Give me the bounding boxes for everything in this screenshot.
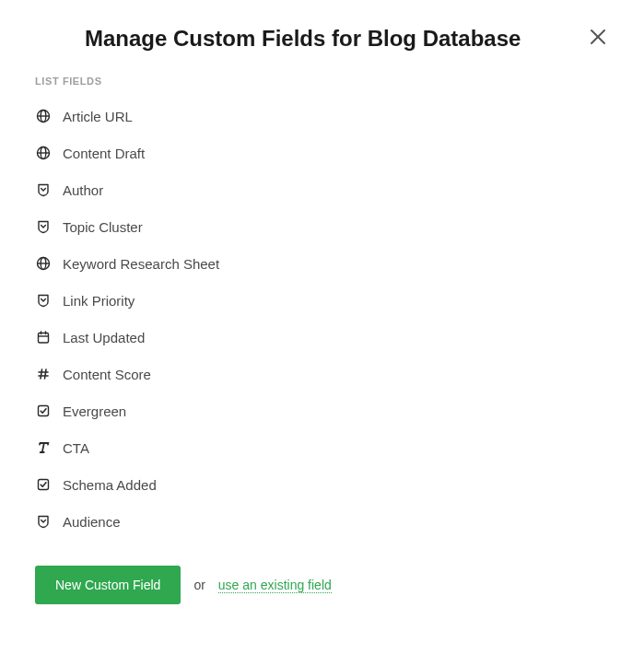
- hash-icon: [35, 366, 52, 382]
- close-icon: [589, 28, 607, 50]
- field-label: CTA: [63, 440, 89, 456]
- modal-header: Manage Custom Fields for Blog Database: [35, 0, 609, 59]
- field-label: Last Updated: [63, 330, 145, 345]
- field-label: Content Draft: [63, 146, 145, 161]
- field-item[interactable]: CTA: [35, 429, 609, 466]
- field-list: Article URLContent DraftAuthorTopic Clus…: [35, 98, 609, 540]
- shield-caret-icon: [35, 513, 52, 530]
- field-item[interactable]: Topic Cluster: [35, 208, 609, 245]
- manage-custom-fields-modal: Manage Custom Fields for Blog Database L…: [0, 0, 644, 604]
- modal-footer: New Custom Field or use an existing fiel…: [35, 566, 609, 604]
- field-item[interactable]: Schema Added: [35, 466, 609, 503]
- field-label: Content Score: [63, 367, 151, 382]
- shield-caret-icon: [35, 292, 52, 309]
- text-icon: [35, 439, 52, 456]
- globe-icon: [35, 145, 52, 161]
- field-item[interactable]: Last Updated: [35, 319, 609, 356]
- field-label: Evergreen: [63, 403, 126, 419]
- close-button[interactable]: [587, 28, 609, 50]
- field-label: Topic Cluster: [63, 219, 143, 235]
- checkbox-icon: [35, 403, 52, 419]
- calendar-icon: [35, 329, 52, 345]
- new-custom-field-button[interactable]: New Custom Field: [35, 566, 181, 604]
- or-text: or: [193, 578, 205, 592]
- field-item[interactable]: Link Priority: [35, 282, 609, 319]
- field-label: Author: [63, 182, 103, 198]
- modal-title: Manage Custom Fields for Blog Database: [85, 26, 521, 52]
- field-item[interactable]: Evergreen: [35, 392, 609, 429]
- field-item[interactable]: Author: [35, 171, 609, 208]
- field-item[interactable]: Content Draft: [35, 134, 609, 171]
- field-label: Keyword Research Sheet: [63, 256, 219, 272]
- field-label: Audience: [63, 514, 121, 530]
- field-label: Article URL: [63, 109, 133, 124]
- field-item[interactable]: Keyword Research Sheet: [35, 245, 609, 282]
- shield-caret-icon: [35, 181, 52, 198]
- field-item[interactable]: Audience: [35, 503, 609, 540]
- globe-icon: [35, 255, 52, 272]
- use-existing-field-link[interactable]: use an existing field: [218, 578, 332, 593]
- field-label: Schema Added: [63, 477, 157, 493]
- field-label: Link Priority: [63, 293, 135, 309]
- field-item[interactable]: Content Score: [35, 356, 609, 392]
- section-label: LIST FIELDS: [35, 76, 609, 87]
- field-item[interactable]: Article URL: [35, 98, 609, 134]
- checkbox-icon: [35, 476, 52, 493]
- shield-caret-icon: [35, 218, 52, 235]
- globe-icon: [35, 108, 52, 124]
